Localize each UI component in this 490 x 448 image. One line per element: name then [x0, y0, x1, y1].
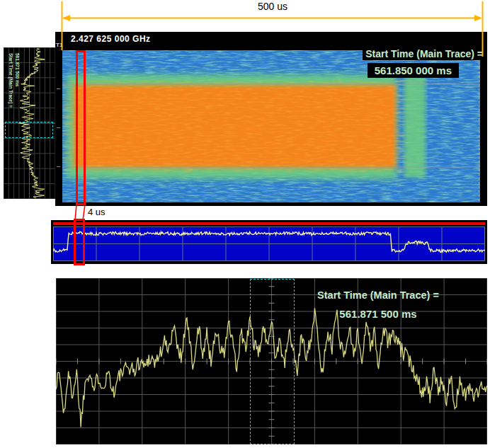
zoom-region-box[interactable] — [250, 279, 295, 444]
zero-span-display[interactable] — [53, 226, 485, 261]
post-burst-green-band — [404, 76, 426, 178]
screenshot-root: 500 us Start Time (Main Trace) = 561.871… — [0, 0, 490, 448]
zero-span-panel[interactable] — [51, 220, 487, 264]
axis-tick — [57, 127, 60, 128]
trigger-marker-t1: T1 — [56, 42, 62, 48]
axis-tick — [57, 166, 60, 167]
rotated-spectrum-mini-panel[interactable]: Start Time (Main Trace) = 561.871 500 ms — [4, 47, 55, 199]
span-500us-label: 500 us — [230, 1, 315, 12]
analysis-interval-marker-zero-span[interactable] — [74, 219, 85, 265]
zero-span-red-bar — [53, 222, 485, 225]
spectrogram-panel[interactable]: 2.427 625 000 GHz T1 — [55, 32, 487, 206]
zero-span-grid — [53, 226, 485, 261]
center-frequency-readout: 2.427 625 000 GHz — [71, 34, 151, 44]
start-time-overlay-title: Start Time (Main Trace) = — [363, 47, 486, 60]
spectrum-panel[interactable]: Start Time (Main Trace) = 561.871 500 ms — [56, 278, 487, 444]
start-time-overlay-value: 561.850 000 ms — [368, 63, 459, 78]
spectrum-start-time-title: Start Time (Main Trace) = — [290, 289, 467, 301]
rotated-zoom-region-box[interactable] — [5, 122, 53, 138]
analysis-interval-marker-spectrogram[interactable] — [76, 50, 86, 205]
spectrum-start-time-value: 561.871 500 ms — [290, 308, 467, 320]
axis-tick — [57, 88, 60, 89]
